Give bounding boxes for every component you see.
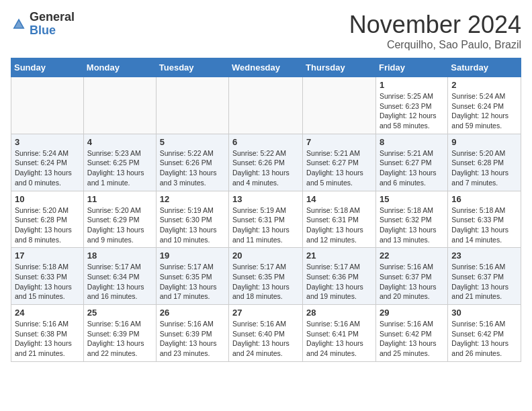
day-number: 14	[306, 194, 372, 204]
calendar-cell: 11Sunrise: 5:20 AM Sunset: 6:29 PM Dayli…	[83, 191, 156, 248]
logo-icon	[11, 16, 27, 32]
day-info: Sunrise: 5:17 AM Sunset: 6:35 PM Dayligh…	[160, 262, 225, 302]
calendar-cell: 12Sunrise: 5:19 AM Sunset: 6:30 PM Dayli…	[156, 191, 228, 248]
day-info: Sunrise: 5:16 AM Sunset: 6:41 PM Dayligh…	[306, 319, 372, 359]
day-number: 1	[380, 80, 444, 90]
day-info: Sunrise: 5:21 AM Sunset: 6:27 PM Dayligh…	[380, 148, 444, 188]
day-info: Sunrise: 5:16 AM Sunset: 6:38 PM Dayligh…	[15, 319, 80, 359]
day-number: 7	[306, 137, 372, 147]
day-info: Sunrise: 5:17 AM Sunset: 6:35 PM Dayligh…	[232, 262, 299, 302]
calendar-cell: 14Sunrise: 5:18 AM Sunset: 6:31 PM Dayli…	[303, 191, 376, 248]
day-number: 13	[232, 194, 299, 204]
day-info: Sunrise: 5:18 AM Sunset: 6:32 PM Dayligh…	[380, 205, 444, 245]
day-info: Sunrise: 5:24 AM Sunset: 6:24 PM Dayligh…	[451, 91, 517, 131]
calendar-cell: 18Sunrise: 5:17 AM Sunset: 6:34 PM Dayli…	[83, 248, 156, 305]
calendar-cell: 15Sunrise: 5:18 AM Sunset: 6:32 PM Dayli…	[375, 191, 447, 248]
calendar-cell: 3Sunrise: 5:24 AM Sunset: 6:24 PM Daylig…	[11, 134, 84, 191]
calendar-cell: 13Sunrise: 5:19 AM Sunset: 6:31 PM Dayli…	[229, 191, 303, 248]
day-number: 9	[451, 137, 517, 147]
calendar-cell	[83, 77, 156, 134]
calendar-cell: 1Sunrise: 5:25 AM Sunset: 6:23 PM Daylig…	[375, 77, 447, 134]
day-number: 19	[160, 250, 225, 261]
calendar-cell: 25Sunrise: 5:16 AM Sunset: 6:39 PM Dayli…	[83, 305, 156, 362]
day-number: 20	[232, 250, 299, 261]
header-saturday: Saturday	[448, 58, 521, 77]
day-info: Sunrise: 5:22 AM Sunset: 6:26 PM Dayligh…	[232, 148, 299, 188]
calendar-cell: 22Sunrise: 5:16 AM Sunset: 6:37 PM Dayli…	[375, 248, 447, 305]
calendar-cell: 27Sunrise: 5:16 AM Sunset: 6:40 PM Dayli…	[229, 305, 303, 362]
day-number: 24	[15, 308, 80, 318]
day-number: 10	[15, 194, 80, 204]
header-wednesday: Wednesday	[229, 58, 303, 77]
calendar-header: Sunday Monday Tuesday Wednesday Thursday…	[11, 58, 521, 77]
calendar-cell: 20Sunrise: 5:17 AM Sunset: 6:35 PM Dayli…	[229, 248, 303, 305]
calendar-cell	[303, 77, 376, 134]
day-info: Sunrise: 5:25 AM Sunset: 6:23 PM Dayligh…	[380, 91, 444, 131]
page-header: General Blue November 2024 Cerquilho, Sa…	[11, 11, 521, 51]
calendar-cell: 23Sunrise: 5:16 AM Sunset: 6:37 PM Dayli…	[448, 248, 521, 305]
day-number: 6	[232, 137, 299, 147]
calendar-cell: 5Sunrise: 5:22 AM Sunset: 6:26 PM Daylig…	[156, 134, 228, 191]
calendar-week-row: 24Sunrise: 5:16 AM Sunset: 6:38 PM Dayli…	[11, 305, 521, 362]
calendar-cell: 2Sunrise: 5:24 AM Sunset: 6:24 PM Daylig…	[448, 77, 521, 134]
day-number: 28	[306, 308, 372, 318]
calendar-cell	[156, 77, 228, 134]
calendar-cell: 21Sunrise: 5:17 AM Sunset: 6:36 PM Dayli…	[303, 248, 376, 305]
logo-general: General	[30, 10, 75, 24]
calendar-cell: 4Sunrise: 5:23 AM Sunset: 6:25 PM Daylig…	[83, 134, 156, 191]
day-info: Sunrise: 5:17 AM Sunset: 6:36 PM Dayligh…	[306, 262, 372, 302]
day-number: 29	[380, 308, 444, 318]
header-thursday: Thursday	[303, 58, 376, 77]
day-info: Sunrise: 5:16 AM Sunset: 6:37 PM Dayligh…	[451, 262, 517, 302]
calendar-cell: 19Sunrise: 5:17 AM Sunset: 6:35 PM Dayli…	[156, 248, 228, 305]
calendar-cell	[229, 77, 303, 134]
day-info: Sunrise: 5:16 AM Sunset: 6:42 PM Dayligh…	[380, 319, 444, 359]
day-info: Sunrise: 5:18 AM Sunset: 6:33 PM Dayligh…	[451, 205, 517, 245]
day-info: Sunrise: 5:16 AM Sunset: 6:37 PM Dayligh…	[380, 262, 444, 302]
day-info: Sunrise: 5:16 AM Sunset: 6:42 PM Dayligh…	[451, 319, 517, 359]
day-number: 23	[451, 250, 517, 261]
calendar-cell: 7Sunrise: 5:21 AM Sunset: 6:27 PM Daylig…	[303, 134, 376, 191]
day-number: 2	[451, 80, 517, 90]
day-number: 21	[306, 250, 372, 261]
logo: General Blue	[11, 11, 75, 38]
weekday-header-row: Sunday Monday Tuesday Wednesday Thursday…	[11, 58, 521, 77]
day-number: 25	[87, 308, 152, 318]
calendar-cell: 9Sunrise: 5:20 AM Sunset: 6:28 PM Daylig…	[448, 134, 521, 191]
calendar-cell: 10Sunrise: 5:20 AM Sunset: 6:28 PM Dayli…	[11, 191, 84, 248]
location: Cerquilho, Sao Paulo, Brazil	[349, 39, 521, 51]
calendar-cell: 24Sunrise: 5:16 AM Sunset: 6:38 PM Dayli…	[11, 305, 84, 362]
day-info: Sunrise: 5:17 AM Sunset: 6:34 PM Dayligh…	[87, 262, 152, 302]
day-number: 17	[15, 250, 80, 261]
day-number: 15	[380, 194, 444, 204]
header-tuesday: Tuesday	[156, 58, 228, 77]
day-info: Sunrise: 5:16 AM Sunset: 6:39 PM Dayligh…	[87, 319, 152, 359]
calendar-week-row: 1Sunrise: 5:25 AM Sunset: 6:23 PM Daylig…	[11, 77, 521, 134]
day-number: 8	[380, 137, 444, 147]
day-number: 12	[160, 194, 225, 204]
day-number: 30	[451, 308, 517, 318]
header-monday: Monday	[83, 58, 156, 77]
logo-text: General Blue	[30, 11, 75, 38]
calendar-cell: 26Sunrise: 5:16 AM Sunset: 6:39 PM Dayli…	[156, 305, 228, 362]
day-info: Sunrise: 5:21 AM Sunset: 6:27 PM Dayligh…	[306, 148, 372, 188]
day-number: 18	[87, 250, 152, 261]
logo-blue: Blue	[30, 24, 56, 37]
day-number: 11	[87, 194, 152, 204]
title-block: November 2024 Cerquilho, Sao Paulo, Braz…	[349, 11, 521, 51]
calendar-cell: 16Sunrise: 5:18 AM Sunset: 6:33 PM Dayli…	[448, 191, 521, 248]
day-info: Sunrise: 5:22 AM Sunset: 6:26 PM Dayligh…	[160, 148, 225, 188]
day-info: Sunrise: 5:20 AM Sunset: 6:28 PM Dayligh…	[451, 148, 517, 188]
day-number: 16	[451, 194, 517, 204]
day-info: Sunrise: 5:19 AM Sunset: 6:30 PM Dayligh…	[160, 205, 225, 245]
day-number: 3	[15, 137, 80, 147]
day-info: Sunrise: 5:23 AM Sunset: 6:25 PM Dayligh…	[87, 148, 152, 188]
day-number: 22	[380, 250, 444, 261]
header-sunday: Sunday	[11, 58, 84, 77]
calendar-week-row: 3Sunrise: 5:24 AM Sunset: 6:24 PM Daylig…	[11, 134, 521, 191]
day-number: 4	[87, 137, 152, 147]
calendar-cell	[11, 77, 84, 134]
calendar-cell: 28Sunrise: 5:16 AM Sunset: 6:41 PM Dayli…	[303, 305, 376, 362]
day-number: 26	[160, 308, 225, 318]
month-title: November 2024	[349, 11, 521, 39]
